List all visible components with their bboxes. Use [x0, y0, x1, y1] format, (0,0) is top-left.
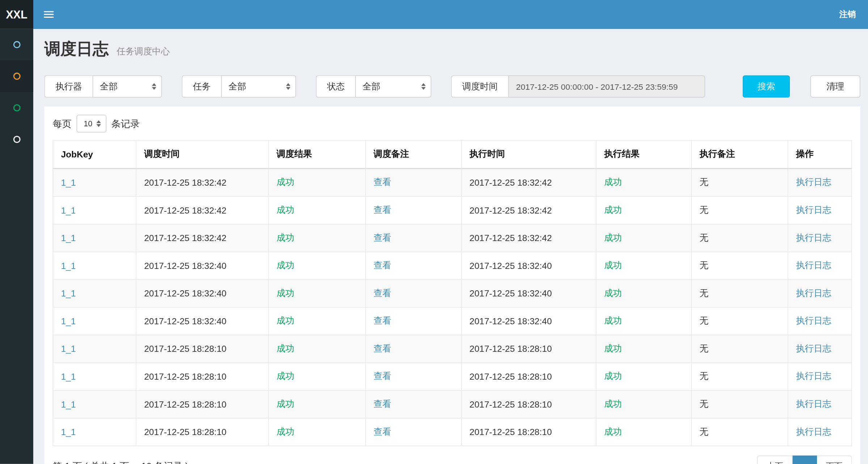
cell-handle-time: 2017-12-25 18:32:40: [469, 261, 552, 270]
cell-jobkey-link[interactable]: 1_1: [61, 427, 76, 436]
page-size-select[interactable]: 10: [76, 115, 106, 132]
table-row: 1_12017-12-25 18:32:42成功查看2017-12-25 18:…: [53, 169, 852, 197]
pagination: 上页 1 下页: [757, 456, 852, 464]
table-row: 1_12017-12-25 18:28:10成功查看2017-12-25 18:…: [53, 418, 852, 446]
cell-handle-msg: 无: [700, 343, 709, 353]
job-filter-group: 任务 全部: [182, 75, 296, 97]
cell-trigger-msg-link[interactable]: 查看: [374, 205, 391, 215]
cell-jobkey-link[interactable]: 1_1: [61, 344, 76, 353]
pagination-summary: 第 1 页 ( 总共 1 页， 10 条记录 ): [52, 460, 188, 464]
cell-trigger-msg-link[interactable]: 查看: [374, 177, 391, 187]
sidebar-item-1[interactable]: [0, 29, 33, 60]
select-arrows-icon: [152, 83, 156, 90]
page-size-row: 每页 10 条记录: [52, 115, 852, 132]
cell-jobkey-link[interactable]: 1_1: [61, 205, 76, 215]
sidebar-item-2[interactable]: [0, 60, 33, 92]
hamburger-icon: [44, 11, 54, 12]
column-header: 调度时间: [136, 140, 269, 168]
cell-jobkey-link[interactable]: 1_1: [61, 372, 76, 381]
table-row: 1_12017-12-25 18:32:42成功查看2017-12-25 18:…: [53, 197, 852, 224]
cell-exec-log-link[interactable]: 执行日志: [796, 205, 831, 215]
page: XXL 注销 调度日志 任务调度中心 执行器 全部 任务: [0, 0, 868, 464]
trigger-time-filter-group: 调度时间 2017-12-25 00:00:00 - 2017-12-25 23…: [451, 75, 705, 97]
app-logo[interactable]: XXL: [0, 0, 33, 29]
sidebar-item-3[interactable]: [0, 92, 33, 123]
cell-trigger-msg-link[interactable]: 查看: [374, 261, 391, 270]
cell-exec-log-link[interactable]: 执行日志: [796, 177, 831, 187]
cell-exec-log-link[interactable]: 执行日志: [796, 399, 831, 409]
trigger-time-range-input[interactable]: 2017-12-25 00:00:00 - 2017-12-25 23:59:5…: [508, 75, 705, 97]
current-page-button[interactable]: 1: [793, 456, 817, 464]
cell-trigger-msg-link[interactable]: 查看: [374, 399, 391, 409]
executor-filter-group: 执行器 全部: [45, 75, 162, 97]
prev-page-button[interactable]: 上页: [757, 456, 793, 464]
cell-jobkey-link[interactable]: 1_1: [61, 178, 76, 187]
log-table: JobKey调度时间调度结果调度备注执行时间执行结果执行备注操作 1_12017…: [52, 140, 852, 446]
cell-jobkey-link[interactable]: 1_1: [61, 316, 76, 326]
cell-handle-result: 成功: [604, 261, 622, 270]
status-filter-label: 状态: [316, 75, 355, 97]
cell-exec-log-link[interactable]: 执行日志: [796, 427, 831, 436]
sidebar-toggle-button[interactable]: [33, 0, 64, 29]
cell-trigger-msg-link[interactable]: 查看: [374, 233, 391, 242]
cell-handle-result: 成功: [604, 288, 622, 298]
clean-button[interactable]: 清理: [810, 75, 860, 97]
job-select[interactable]: 全部: [221, 75, 296, 97]
content-area: 调度日志 任务调度中心 执行器 全部 任务 全部 状态: [33, 29, 868, 464]
cell-jobkey-link[interactable]: 1_1: [61, 261, 76, 270]
cell-handle-result: 成功: [604, 427, 622, 436]
cell-trigger-time: 2017-12-25 18:28:10: [144, 427, 227, 436]
cell-handle-msg: 无: [700, 288, 709, 298]
cell-trigger-msg-link[interactable]: 查看: [374, 371, 391, 381]
cell-exec-log-link[interactable]: 执行日志: [796, 288, 831, 298]
table-row: 1_12017-12-25 18:32:40成功查看2017-12-25 18:…: [53, 280, 852, 308]
status-select[interactable]: 全部: [355, 75, 431, 97]
cell-trigger-time: 2017-12-25 18:32:40: [144, 261, 227, 270]
executor-select[interactable]: 全部: [93, 75, 162, 97]
cell-handle-time: 2017-12-25 18:32:40: [469, 316, 552, 326]
cell-jobkey-link[interactable]: 1_1: [61, 233, 76, 242]
cell-handle-msg: 无: [700, 205, 709, 215]
cell-exec-log-link[interactable]: 执行日志: [796, 316, 831, 325]
search-button[interactable]: 搜索: [743, 75, 790, 97]
sidebar: [0, 29, 33, 464]
cell-handle-time: 2017-12-25 18:28:10: [469, 399, 552, 409]
cell-handle-result: 成功: [604, 177, 622, 187]
cell-trigger-msg-link[interactable]: 查看: [374, 288, 391, 298]
cell-trigger-result: 成功: [277, 427, 294, 436]
cell-trigger-msg-link[interactable]: 查看: [374, 427, 391, 436]
cell-exec-log-link[interactable]: 执行日志: [796, 371, 831, 381]
column-header: JobKey: [53, 140, 136, 168]
circle-icon: [13, 104, 20, 111]
cell-jobkey-link[interactable]: 1_1: [61, 399, 76, 409]
column-header: 调度备注: [366, 140, 462, 168]
cell-exec-log-link[interactable]: 执行日志: [796, 233, 831, 242]
cell-jobkey-link[interactable]: 1_1: [61, 288, 76, 298]
cell-handle-msg: 无: [700, 233, 709, 242]
log-box: 每页 10 条记录 JobKey调度时间调度结果调度备注执行时间执行结果执行备注…: [45, 106, 860, 464]
page-size-suffix: 条记录: [111, 117, 140, 130]
cell-trigger-time: 2017-12-25 18:32:42: [144, 178, 227, 187]
page-size-value: 10: [84, 119, 92, 128]
cell-trigger-msg-link[interactable]: 查看: [374, 316, 391, 325]
cell-handle-msg: 无: [700, 371, 709, 381]
logout-link[interactable]: 注销: [827, 0, 868, 29]
cell-handle-result: 成功: [604, 316, 622, 325]
cell-handle-result: 成功: [604, 399, 622, 409]
next-page-button[interactable]: 下页: [817, 456, 852, 464]
table-row: 1_12017-12-25 18:28:10成功查看2017-12-25 18:…: [53, 391, 852, 418]
table-row: 1_12017-12-25 18:28:10成功查看2017-12-25 18:…: [53, 335, 852, 363]
filter-row: 执行器 全部 任务 全部 状态 全部: [45, 75, 860, 97]
cell-trigger-msg-link[interactable]: 查看: [374, 343, 391, 353]
job-select-value: 全部: [228, 81, 246, 92]
sidebar-item-4[interactable]: [0, 123, 33, 155]
table-row: 1_12017-12-25 18:32:40成功查看2017-12-25 18:…: [53, 307, 852, 335]
cell-exec-log-link[interactable]: 执行日志: [796, 343, 831, 353]
cell-exec-log-link[interactable]: 执行日志: [796, 261, 831, 270]
status-select-value: 全部: [362, 81, 380, 92]
column-header: 调度结果: [269, 140, 366, 168]
cell-handle-time: 2017-12-25 18:28:10: [469, 372, 552, 381]
table-header: JobKey调度时间调度结果调度备注执行时间执行结果执行备注操作: [53, 140, 852, 168]
table-row: 1_12017-12-25 18:32:40成功查看2017-12-25 18:…: [53, 252, 852, 280]
cell-trigger-time: 2017-12-25 18:32:42: [144, 205, 227, 215]
